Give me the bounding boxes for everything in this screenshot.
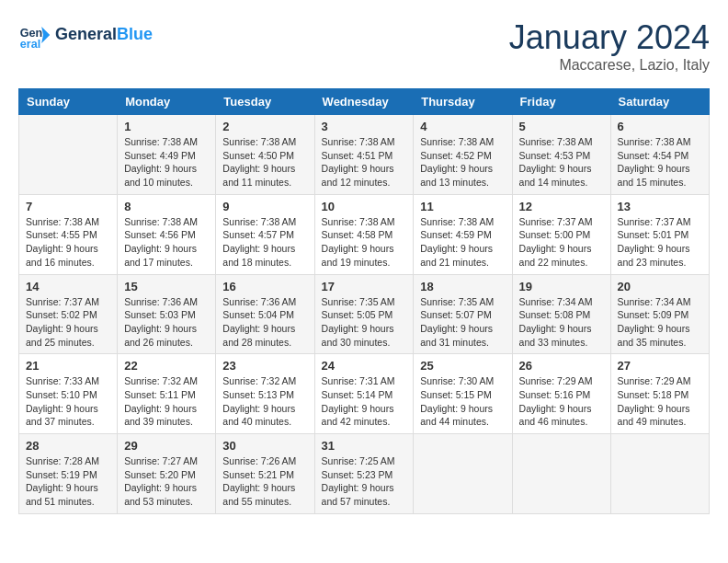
logo-text-general: General (55, 25, 117, 43)
day-number: 22 (124, 359, 209, 373)
day-cell: 25Sunrise: 7:30 AM Sunset: 5:15 PM Dayli… (414, 354, 512, 434)
day-cell (414, 434, 512, 514)
day-info: Sunrise: 7:29 AM Sunset: 5:18 PM Dayligh… (618, 374, 702, 429)
day-cell: 31Sunrise: 7:25 AM Sunset: 5:23 PM Dayli… (314, 434, 414, 514)
week-row-1: 1Sunrise: 7:38 AM Sunset: 4:49 PM Daylig… (19, 115, 710, 195)
week-row-4: 21Sunrise: 7:33 AM Sunset: 5:10 PM Dayli… (19, 354, 710, 434)
day-cell: 21Sunrise: 7:33 AM Sunset: 5:10 PM Dayli… (19, 354, 118, 434)
col-header-saturday: Saturday (610, 89, 709, 115)
day-info: Sunrise: 7:38 AM Sunset: 4:55 PM Dayligh… (26, 215, 110, 270)
day-cell: 24Sunrise: 7:31 AM Sunset: 5:14 PM Dayli… (314, 354, 414, 434)
day-number: 27 (618, 359, 702, 373)
day-cell: 10Sunrise: 7:38 AM Sunset: 4:58 PM Dayli… (314, 194, 414, 274)
day-number: 6 (618, 120, 702, 133)
day-cell: 18Sunrise: 7:35 AM Sunset: 5:07 PM Dayli… (414, 274, 512, 354)
day-number: 13 (618, 200, 702, 213)
day-number: 24 (322, 359, 407, 373)
day-info: Sunrise: 7:37 AM Sunset: 5:00 PM Dayligh… (519, 215, 604, 270)
day-cell: 8Sunrise: 7:38 AM Sunset: 4:56 PM Daylig… (118, 194, 216, 274)
day-number: 19 (519, 280, 604, 293)
day-number: 7 (26, 200, 110, 213)
day-info: Sunrise: 7:38 AM Sunset: 4:59 PM Dayligh… (420, 215, 505, 270)
day-info: Sunrise: 7:34 AM Sunset: 5:08 PM Dayligh… (519, 295, 604, 350)
day-number: 12 (519, 200, 604, 213)
week-row-2: 7Sunrise: 7:38 AM Sunset: 4:55 PM Daylig… (19, 194, 710, 274)
svg-marker-2 (41, 27, 50, 43)
day-cell: 13Sunrise: 7:37 AM Sunset: 5:01 PM Dayli… (610, 194, 709, 274)
calendar-table: SundayMondayTuesdayWednesdayThursdayFrid… (18, 88, 710, 514)
day-number: 3 (322, 120, 407, 133)
day-info: Sunrise: 7:27 AM Sunset: 5:20 PM Dayligh… (124, 454, 209, 509)
day-cell (512, 434, 610, 514)
day-cell: 6Sunrise: 7:38 AM Sunset: 4:54 PM Daylig… (610, 115, 709, 195)
day-number: 16 (222, 280, 307, 293)
day-cell: 15Sunrise: 7:36 AM Sunset: 5:03 PM Dayli… (118, 274, 216, 354)
day-number: 26 (519, 359, 604, 373)
day-number: 1 (124, 120, 209, 133)
col-header-friday: Friday (512, 89, 610, 115)
month-title: January 2024 (509, 18, 710, 57)
day-number: 23 (222, 359, 307, 373)
day-cell: 30Sunrise: 7:26 AM Sunset: 5:21 PM Dayli… (216, 434, 314, 514)
col-header-thursday: Thursday (414, 89, 512, 115)
title-block: January 2024 Maccarese, Lazio, Italy (509, 18, 710, 74)
day-info: Sunrise: 7:38 AM Sunset: 4:57 PM Dayligh… (222, 215, 307, 270)
day-cell: 17Sunrise: 7:35 AM Sunset: 5:05 PM Dayli… (314, 274, 414, 354)
day-cell: 19Sunrise: 7:34 AM Sunset: 5:08 PM Dayli… (512, 274, 610, 354)
svg-text:eral: eral (20, 38, 40, 51)
day-info: Sunrise: 7:28 AM Sunset: 5:19 PM Dayligh… (26, 454, 110, 509)
day-number: 25 (420, 359, 505, 373)
day-info: Sunrise: 7:32 AM Sunset: 5:11 PM Dayligh… (124, 374, 209, 429)
day-cell: 11Sunrise: 7:38 AM Sunset: 4:59 PM Dayli… (414, 194, 512, 274)
col-header-tuesday: Tuesday (216, 89, 314, 115)
day-info: Sunrise: 7:38 AM Sunset: 4:51 PM Dayligh… (322, 135, 407, 190)
day-cell: 4Sunrise: 7:38 AM Sunset: 4:52 PM Daylig… (414, 115, 512, 195)
day-info: Sunrise: 7:34 AM Sunset: 5:09 PM Dayligh… (618, 295, 702, 350)
day-info: Sunrise: 7:36 AM Sunset: 5:04 PM Dayligh… (222, 295, 307, 350)
week-row-3: 14Sunrise: 7:37 AM Sunset: 5:02 PM Dayli… (19, 274, 710, 354)
logo-icon: Gen eral (18, 18, 51, 52)
day-number: 11 (420, 200, 505, 213)
day-cell: 28Sunrise: 7:28 AM Sunset: 5:19 PM Dayli… (19, 434, 118, 514)
day-info: Sunrise: 7:38 AM Sunset: 4:58 PM Dayligh… (322, 215, 407, 270)
day-cell: 14Sunrise: 7:37 AM Sunset: 5:02 PM Dayli… (19, 274, 118, 354)
day-number: 17 (322, 280, 407, 293)
location: Maccarese, Lazio, Italy (509, 57, 710, 74)
day-number: 4 (420, 120, 505, 133)
day-number: 31 (322, 439, 407, 453)
calendar-header-row: SundayMondayTuesdayWednesdayThursdayFrid… (19, 89, 710, 115)
day-cell: 29Sunrise: 7:27 AM Sunset: 5:20 PM Dayli… (118, 434, 216, 514)
day-info: Sunrise: 7:25 AM Sunset: 5:23 PM Dayligh… (322, 454, 407, 509)
page-header: Gen eral GeneralBlue January 2024 Maccar… (18, 18, 710, 74)
day-number: 9 (222, 200, 307, 213)
day-cell: 1Sunrise: 7:38 AM Sunset: 4:49 PM Daylig… (118, 115, 216, 195)
day-info: Sunrise: 7:35 AM Sunset: 5:05 PM Dayligh… (322, 295, 407, 350)
day-info: Sunrise: 7:31 AM Sunset: 5:14 PM Dayligh… (322, 374, 407, 429)
day-cell: 2Sunrise: 7:38 AM Sunset: 4:50 PM Daylig… (216, 115, 314, 195)
day-info: Sunrise: 7:38 AM Sunset: 4:53 PM Dayligh… (519, 135, 604, 190)
day-cell: 27Sunrise: 7:29 AM Sunset: 5:18 PM Dayli… (610, 354, 709, 434)
day-number: 18 (420, 280, 505, 293)
day-number: 10 (322, 200, 407, 213)
day-cell: 26Sunrise: 7:29 AM Sunset: 5:16 PM Dayli… (512, 354, 610, 434)
day-cell: 16Sunrise: 7:36 AM Sunset: 5:04 PM Dayli… (216, 274, 314, 354)
logo: Gen eral GeneralBlue (18, 18, 153, 52)
day-cell: 7Sunrise: 7:38 AM Sunset: 4:55 PM Daylig… (19, 194, 118, 274)
day-info: Sunrise: 7:37 AM Sunset: 5:01 PM Dayligh… (618, 215, 702, 270)
col-header-sunday: Sunday (19, 89, 118, 115)
day-info: Sunrise: 7:37 AM Sunset: 5:02 PM Dayligh… (26, 295, 110, 350)
col-header-monday: Monday (118, 89, 216, 115)
day-number: 15 (124, 280, 209, 293)
day-info: Sunrise: 7:38 AM Sunset: 4:54 PM Dayligh… (618, 135, 702, 190)
logo-text-blue: Blue (117, 25, 153, 43)
day-info: Sunrise: 7:33 AM Sunset: 5:10 PM Dayligh… (26, 374, 110, 429)
day-cell: 3Sunrise: 7:38 AM Sunset: 4:51 PM Daylig… (314, 115, 414, 195)
week-row-5: 28Sunrise: 7:28 AM Sunset: 5:19 PM Dayli… (19, 434, 710, 514)
day-info: Sunrise: 7:29 AM Sunset: 5:16 PM Dayligh… (519, 374, 604, 429)
day-number: 2 (222, 120, 307, 133)
day-info: Sunrise: 7:26 AM Sunset: 5:21 PM Dayligh… (222, 454, 307, 509)
day-cell: 5Sunrise: 7:38 AM Sunset: 4:53 PM Daylig… (512, 115, 610, 195)
day-info: Sunrise: 7:38 AM Sunset: 4:56 PM Dayligh… (124, 215, 209, 270)
day-number: 8 (124, 200, 209, 213)
day-number: 28 (26, 439, 110, 453)
